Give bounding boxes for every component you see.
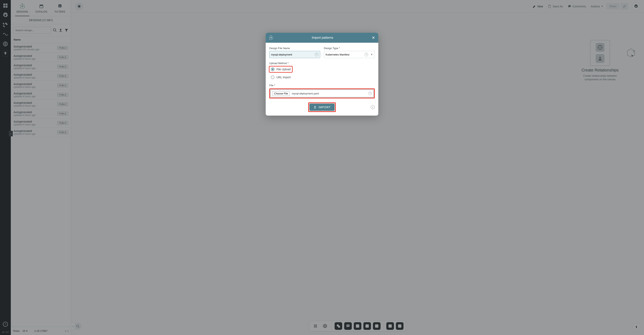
modal-logo-icon xyxy=(269,35,273,40)
import-patterns-modal: Import patterns ✕ Design File Name ? Des… xyxy=(266,33,378,116)
file-section-label: File * xyxy=(269,84,375,87)
import-button-highlight: IMPORT xyxy=(308,102,336,112)
file-row-highlight: Choose File mysql-deployment.yaml ? xyxy=(269,88,375,98)
design-type-value: Kubernetes Manifest xyxy=(326,53,363,56)
radio-url-import[interactable]: URL Import xyxy=(269,74,375,80)
modal-title: Import patterns xyxy=(276,36,369,39)
file-name-label: Design File Name xyxy=(269,47,320,50)
upload-method-label: Upload Method * xyxy=(269,62,375,65)
svg-point-50 xyxy=(271,37,272,38)
file-name-input[interactable] xyxy=(271,53,313,56)
design-type-label: Design Type * xyxy=(324,47,375,50)
modal-overlay[interactable]: Import patterns ✕ Design File Name ? Des… xyxy=(0,0,644,335)
radio-file-label: File Upload xyxy=(276,68,291,71)
file-name-field[interactable]: ? xyxy=(269,51,320,58)
modal-header: Import patterns ✕ xyxy=(266,33,378,43)
help-icon[interactable]: ? xyxy=(315,53,318,56)
help-icon[interactable]: ? xyxy=(368,92,372,95)
chosen-file-name: mysql-deployment.yaml xyxy=(292,92,366,95)
design-type-select[interactable]: Kubernetes Manifest ? ▼ xyxy=(324,51,375,58)
radio-dot-icon xyxy=(271,67,274,71)
upload-method-group: File Upload URL Import xyxy=(269,66,375,80)
help-icon[interactable]: ? xyxy=(364,53,368,56)
radio-url-label: URL Import xyxy=(276,76,291,79)
radio-dot-icon xyxy=(271,75,274,79)
close-icon[interactable]: ✕ xyxy=(372,36,375,40)
upload-arrow-icon xyxy=(314,106,316,109)
import-button[interactable]: IMPORT xyxy=(310,104,334,111)
choose-file-button[interactable]: Choose File xyxy=(272,91,290,96)
chevron-down-icon: ▼ xyxy=(370,53,373,56)
radio-file-upload[interactable]: File Upload xyxy=(269,66,292,72)
svg-rect-51 xyxy=(314,108,316,108)
info-icon[interactable]: i xyxy=(371,105,375,109)
file-box: Choose File mysql-deployment.yaml ? xyxy=(270,90,374,97)
